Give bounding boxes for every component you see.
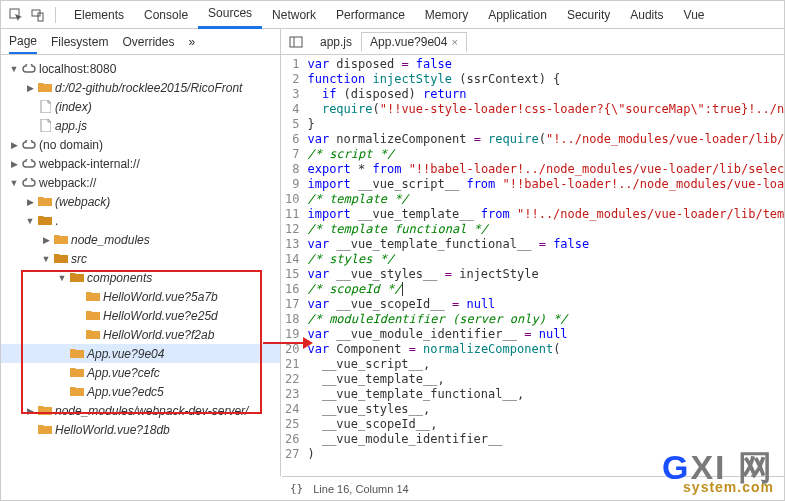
tree-item[interactable]: ▼src	[1, 249, 280, 268]
inspect-icon[interactable]	[7, 6, 25, 24]
tree-item[interactable]: ▼components	[1, 268, 280, 287]
status-bar: {} Line 16, Column 14	[282, 476, 784, 500]
tab-application[interactable]: Application	[478, 1, 557, 29]
code-line[interactable]: /* script */	[307, 147, 784, 162]
tree-item[interactable]: ▼localhost:8080	[1, 59, 280, 78]
sidebar-tab-page[interactable]: Page	[9, 29, 37, 54]
tree-item[interactable]: (index)	[1, 97, 280, 116]
code-line[interactable]: var Component = normalizeComponent(	[307, 342, 784, 357]
code-line[interactable]: import __vue_script__ from "!!babel-load…	[307, 177, 784, 192]
editor-tabbar: app.jsApp.vue?9e04×	[281, 32, 784, 52]
tab-network[interactable]: Network	[262, 1, 326, 29]
code-line[interactable]: __vue_template_functional__,	[307, 387, 784, 402]
svg-rect-3	[290, 37, 302, 47]
tab-vue[interactable]: Vue	[674, 1, 715, 29]
sidebar-tab-overrides[interactable]: Overrides	[122, 29, 174, 54]
sub-toolbar: PageFilesystemOverrides» app.jsApp.vue?9…	[1, 29, 784, 55]
tree-item[interactable]: ▼webpack://	[1, 173, 280, 192]
file-tree[interactable]: ▼localhost:8080▶d:/02-github/rocklee2015…	[1, 55, 281, 476]
tab-console[interactable]: Console	[134, 1, 198, 29]
tree-item[interactable]: HelloWorld.vue?e25d	[1, 306, 280, 325]
tab-elements[interactable]: Elements	[64, 1, 134, 29]
tab-audits[interactable]: Audits	[620, 1, 673, 29]
code-line[interactable]: )	[307, 447, 784, 462]
code-line[interactable]: /* styles */	[307, 252, 784, 267]
tree-item[interactable]: HelloWorld.vue?f2ab	[1, 325, 280, 344]
tree-item[interactable]: App.vue?cefc	[1, 363, 280, 382]
code-line[interactable]: __vue_styles__,	[307, 402, 784, 417]
device-icon[interactable]	[29, 6, 47, 24]
braces-icon[interactable]: {}	[290, 482, 303, 495]
code-lines[interactable]: var disposed = falsefunction injectStyle…	[307, 55, 784, 464]
tab-security[interactable]: Security	[557, 1, 620, 29]
code-line[interactable]: var __vue_scopeId__ = null	[307, 297, 784, 312]
code-line[interactable]: __vue_template__,	[307, 372, 784, 387]
code-line[interactable]: var normalizeComponent = require("!../no…	[307, 132, 784, 147]
tree-item[interactable]: App.vue?edc5	[1, 382, 280, 401]
code-editor[interactable]: 1234567891011121314151617181920212223242…	[281, 55, 784, 476]
tree-item[interactable]: ▶webpack-internal://	[1, 154, 280, 173]
code-line[interactable]: var __vue_template_functional__ = false	[307, 237, 784, 252]
tree-item[interactable]: ▶(webpack)	[1, 192, 280, 211]
code-line[interactable]: __vue_module_identifier__	[307, 432, 784, 447]
line-gutter: 1234567891011121314151617181920212223242…	[281, 55, 307, 464]
main-area: ▼localhost:8080▶d:/02-github/rocklee2015…	[1, 55, 784, 476]
editor-tab[interactable]: app.js	[311, 32, 361, 52]
tree-item[interactable]: ▶node_modules/webpack-dev-server/	[1, 401, 280, 420]
code-line[interactable]: /* scopeId */	[307, 282, 784, 297]
close-icon[interactable]: ×	[451, 36, 457, 48]
code-line[interactable]: var disposed = false	[307, 57, 784, 72]
code-line[interactable]: /* moduleIdentifier (server only) */	[307, 312, 784, 327]
code-line[interactable]: }	[307, 117, 784, 132]
code-line[interactable]: require("!!vue-style-loader!css-loader?{…	[307, 102, 784, 117]
sidebar-tab-filesystem[interactable]: Filesystem	[51, 29, 108, 54]
code-line[interactable]: export * from "!!babel-loader!../node_mo…	[307, 162, 784, 177]
sidebar-tab-»[interactable]: »	[188, 29, 195, 54]
tab-sources[interactable]: Sources	[198, 1, 262, 29]
tree-item[interactable]: ▶node_modules	[1, 230, 280, 249]
tab-memory[interactable]: Memory	[415, 1, 478, 29]
code-line[interactable]: __vue_script__,	[307, 357, 784, 372]
code-line[interactable]: /* template */	[307, 192, 784, 207]
nav-panel-icon[interactable]	[287, 33, 305, 51]
code-line[interactable]: __vue_scopeId__,	[307, 417, 784, 432]
code-line[interactable]: var __vue_module_identifier__ = null	[307, 327, 784, 342]
tree-item[interactable]: ▶d:/02-github/rocklee2015/RicoFront	[1, 78, 280, 97]
tree-item[interactable]: HelloWorld.vue?18db	[1, 420, 280, 439]
tree-item[interactable]: app.js	[1, 116, 280, 135]
tree-item[interactable]: ▼.	[1, 211, 280, 230]
tree-item[interactable]: ▶(no domain)	[1, 135, 280, 154]
code-line[interactable]: /* template functional */	[307, 222, 784, 237]
editor-tab[interactable]: App.vue?9e04×	[361, 32, 467, 52]
devtools-toolbar: ElementsConsoleSourcesNetworkPerformance…	[1, 1, 784, 29]
code-line[interactable]: function injectStyle (ssrContext) {	[307, 72, 784, 87]
code-line[interactable]: import __vue_template__ from "!!../node_…	[307, 207, 784, 222]
tree-item[interactable]: App.vue?9e04	[1, 344, 280, 363]
cursor-position: Line 16, Column 14	[313, 483, 408, 495]
sidebar-tabs: PageFilesystemOverrides»	[1, 29, 281, 54]
code-line[interactable]: var __vue_styles__ = injectStyle	[307, 267, 784, 282]
tab-performance[interactable]: Performance	[326, 1, 415, 29]
code-line[interactable]: if (disposed) return	[307, 87, 784, 102]
separator	[55, 7, 56, 23]
tree-item[interactable]: HelloWorld.vue?5a7b	[1, 287, 280, 306]
